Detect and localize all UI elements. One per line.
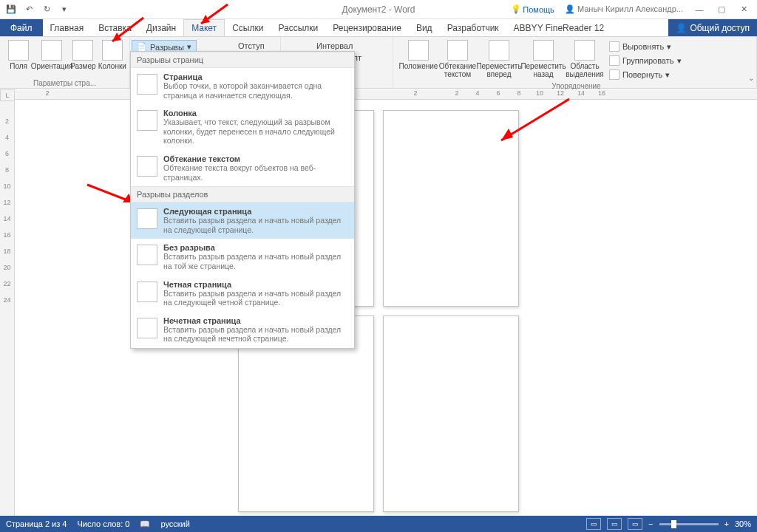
section-next-page-title: Следующая страница <box>163 207 348 216</box>
tab-file[interactable]: Файл <box>0 19 43 36</box>
window-close[interactable]: ✕ <box>733 1 754 18</box>
break-page-item[interactable]: СтраницаВыбор точки, в которой заканчива… <box>131 68 354 104</box>
tab-view[interactable]: Вид <box>409 19 440 36</box>
window-minimize[interactable]: — <box>689 1 710 18</box>
tab-references[interactable]: Ссылки <box>225 19 271 36</box>
section-even-page-item[interactable]: Четная страницаВставить разрыв раздела и… <box>131 276 354 312</box>
window-maximize[interactable]: ▢ <box>711 1 732 18</box>
status-proofing-icon[interactable]: 📖 <box>140 519 150 529</box>
tab-abbyy[interactable]: ABBYY FineReader 12 <box>506 19 612 36</box>
forward-label: Переместить вперед <box>476 62 521 78</box>
hruler-mark: 2 <box>405 89 426 99</box>
ruler-corner: L <box>0 89 15 101</box>
qat-redo[interactable]: ↻ <box>38 1 55 18</box>
wrap-icon <box>447 40 468 61</box>
section-next-page-desc: Вставить разрыв раздела и начать новый р… <box>163 216 348 234</box>
vruler-mark: 18 <box>0 248 14 264</box>
wrap-label: Обтекание текстом <box>439 62 476 78</box>
break-page-icon <box>137 74 157 95</box>
position-button[interactable]: Положение <box>399 38 438 81</box>
hruler-mark: 16 <box>591 89 612 99</box>
horizontal-ruler[interactable]: 2 2 2 4 6 8 10 12 14 16 <box>15 89 757 100</box>
qat-customize[interactable]: ▾ <box>56 1 72 18</box>
hruler-mark: 4 <box>467 89 488 99</box>
send-backward-button[interactable]: Переместить назад <box>522 38 565 81</box>
zoom-level[interactable]: 30% <box>735 519 751 528</box>
orientation-label: Ориентация <box>31 62 73 70</box>
tab-insert[interactable]: Вставка <box>91 19 139 36</box>
section-even-page-desc: Вставить разрыв раздела и начать новый р… <box>163 289 348 307</box>
selection-icon <box>574 40 595 61</box>
break-textwrap-desc: Обтекание текста вокруг объектов на веб-… <box>163 163 348 182</box>
section-continuous-title: Без разрыва <box>163 243 348 252</box>
group-label: Группировать <box>622 56 674 65</box>
margins-icon <box>8 40 29 61</box>
vruler-mark: 2 <box>0 117 14 134</box>
align-label: Выровнять <box>622 42 664 51</box>
help-label: Помощь <box>523 5 554 14</box>
vruler-mark: 14 <box>0 215 14 231</box>
spacing-header: Интервал <box>313 38 390 50</box>
zoom-slider[interactable] <box>659 523 719 525</box>
tab-layout[interactable]: Макет <box>183 19 225 36</box>
align-button[interactable]: Выровнять ▾ <box>605 40 686 53</box>
break-textwrap-item[interactable]: Обтекание текстомОбтекание текста вокруг… <box>131 150 354 186</box>
orientation-button[interactable]: Ориентация <box>35 38 68 78</box>
align-icon <box>609 41 619 52</box>
breaks-label: Разрывы <box>150 43 184 52</box>
vruler-mark: 24 <box>0 296 14 313</box>
break-column-title: Колонка <box>163 109 348 117</box>
status-language[interactable]: русский <box>160 519 189 528</box>
tab-mailings[interactable]: Рассылки <box>271 19 325 36</box>
view-read-mode[interactable]: ▭ <box>586 518 601 530</box>
section-continuous-item[interactable]: Без разрываВставить разрыв раздела и нач… <box>131 239 354 275</box>
size-button[interactable]: Размер <box>69 38 96 78</box>
vruler-mark: 10 <box>0 183 14 199</box>
qat-save[interactable]: 💾 <box>3 1 19 18</box>
zoom-out-button[interactable]: − <box>648 519 653 528</box>
section-breaks-section-label: Разрывы разделов <box>131 186 354 202</box>
forward-icon <box>489 40 509 61</box>
rotate-label: Повернуть <box>622 70 662 79</box>
group-button[interactable]: Группировать ▾ <box>605 54 686 67</box>
qat-undo[interactable]: ↶ <box>21 1 37 18</box>
columns-button[interactable]: Колонки <box>98 38 126 78</box>
hruler-mark: 12 <box>550 89 571 99</box>
help-link[interactable]: 💡 Помощь <box>506 4 559 14</box>
bring-forward-button[interactable]: Переместить вперед <box>478 38 520 81</box>
break-column-icon <box>137 110 157 131</box>
size-icon <box>72 40 93 61</box>
section-next-page-icon <box>137 208 157 229</box>
tab-design[interactable]: Дизайн <box>139 19 183 36</box>
break-textwrap-icon <box>137 156 157 177</box>
user-account[interactable]: 👤 Маныч Кирилл Александр... <box>560 4 688 14</box>
selection-pane-button[interactable]: Область выделения <box>566 38 603 81</box>
tab-developer[interactable]: Разработчик <box>440 19 506 36</box>
tab-home[interactable]: Главная <box>43 19 92 36</box>
section-odd-page-item[interactable]: Нечетная страницаВставить разрыв раздела… <box>131 312 354 348</box>
break-column-item[interactable]: КолонкаУказывает, что текст, следующий з… <box>131 104 354 150</box>
vruler-mark: 16 <box>0 231 14 248</box>
status-word-count[interactable]: Число слов: 0 <box>77 519 129 528</box>
margins-button[interactable]: Поля <box>3 38 34 78</box>
hruler-mark: 6 <box>488 89 509 99</box>
share-button[interactable]: 👤 Общий доступ <box>668 19 757 36</box>
tab-review[interactable]: Рецензирование <box>325 19 409 36</box>
collapse-ribbon-chevron[interactable]: ⌄ <box>748 74 754 82</box>
rotate-icon <box>609 69 619 80</box>
view-web-layout[interactable]: ▭ <box>628 518 642 530</box>
section-next-page-item[interactable]: Следующая страницаВставить разрыв раздел… <box>131 202 354 239</box>
document-page[interactable] <box>383 110 519 307</box>
view-print-layout[interactable]: ▭ <box>607 518 622 530</box>
vruler-mark: 8 <box>0 166 14 183</box>
vertical-ruler[interactable]: 2 4 6 8 10 12 14 16 18 20 22 24 <box>0 101 15 516</box>
zoom-in-button[interactable]: + <box>724 519 729 528</box>
workspace[interactable] <box>15 101 757 516</box>
break-column-desc: Указывает, что текст, следующий за разры… <box>163 117 348 146</box>
break-textwrap-title: Обтекание текстом <box>163 154 348 163</box>
wrap-text-button[interactable]: Обтекание текстом <box>439 38 476 81</box>
hruler-mark: 10 <box>529 89 550 99</box>
status-page[interactable]: Страница 2 из 4 <box>6 519 67 528</box>
document-page[interactable] <box>383 316 519 512</box>
rotate-button[interactable]: Повернуть ▾ <box>605 68 686 81</box>
